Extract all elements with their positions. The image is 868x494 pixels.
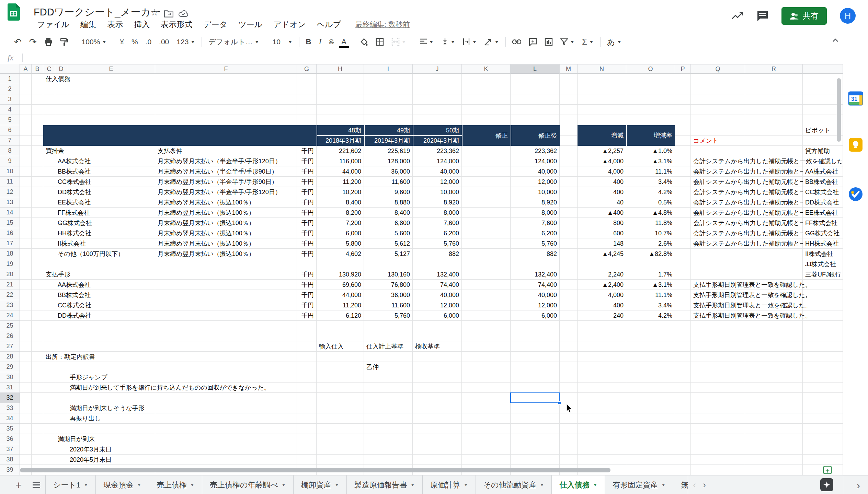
cell-J16[interactable]: 6,200 [413,228,462,238]
row-header-4[interactable]: 4 [0,105,20,115]
row-header-30[interactable]: 30 [0,372,20,383]
cell-I23[interactable]: 11,600 [364,300,413,310]
cell-E34[interactable]: 再振り出し [67,413,170,424]
paint-format-button[interactable] [56,35,72,49]
cell-E37[interactable]: 2020年3月末日 [67,444,170,455]
italic-button[interactable]: I [315,35,325,49]
column-header-F[interactable]: F [155,64,297,74]
cell-S15[interactable]: FF株式会社 [803,218,843,228]
sheet-tab-menu-icon[interactable]: ▼ [84,483,88,487]
cell-G16[interactable]: 千円 [297,228,317,238]
cell-H14[interactable]: 8,200 [317,208,364,218]
cell-O17[interactable]: 2.6% [626,238,675,249]
cell-L14[interactable]: 8,000 [511,208,560,218]
cell-I20[interactable]: 130,160 [364,269,413,280]
green-plus-corner-icon[interactable]: ＋ [823,466,832,474]
cell-S12[interactable]: CC株式会社 [803,187,843,197]
menu-edit[interactable]: 編集 [75,19,102,30]
row-header-28[interactable]: 28 [0,352,20,362]
functions-button[interactable]: Σ▼ [578,35,597,49]
row-header-27[interactable]: 27 [0,341,20,352]
cell-Q14[interactable]: 会計システムから出力した補助元帳と一致を確認した。 [691,208,803,218]
cell-L9[interactable]: 124,000 [511,156,560,166]
sheet-tab-menu-icon[interactable]: ▼ [137,483,141,487]
cell-H23[interactable]: 11,200 [317,300,364,310]
cell-G23[interactable]: 千円 [297,300,317,310]
cell-O18[interactable]: ▲82.8% [626,249,675,259]
cell-J7[interactable]: 2020年3月期 [413,136,462,146]
menu-format[interactable]: 表示形式 [155,19,198,30]
cell-Q16[interactable]: 会計システムから出力した補助元帳と一致を確認した。 [691,228,803,238]
row-header-32[interactable]: 32 [0,393,20,403]
row-header-24[interactable]: 24 [0,310,20,321]
cell-F18[interactable]: 月末締め翌月末払い（振込100％） [155,249,296,259]
collapse-toolbar-button[interactable] [830,37,841,43]
cell-K6[interactable]: 修正 [462,125,511,146]
cell-O10[interactable]: 11.1% [626,166,675,177]
tabs-scroll-left-button[interactable]: ‹ [693,480,696,490]
cell-Q9[interactable]: 会計システムから出力した補助元帳と一致を確認した。 [691,156,842,166]
row-header-39[interactable]: 39 [0,465,20,475]
selected-cell[interactable] [510,392,560,403]
cell-H6[interactable]: 48期 [317,125,364,136]
all-sheets-button[interactable] [27,475,45,494]
cell-L17[interactable]: 5,760 [511,238,560,249]
cell-G24[interactable]: 千円 [297,310,317,321]
cell-D9[interactable]: AA株式会社 [55,156,145,166]
cell-F17[interactable]: 月末締め翌月末払い（振込100％） [155,238,296,249]
cell-Q17[interactable]: 会計システムから出力した補助元帳と一致を確認した。 [691,238,803,249]
row-header-31[interactable]: 31 [0,383,20,393]
move-folder-icon[interactable] [164,9,174,19]
menu-view[interactable]: 表示 [102,19,128,30]
cell-J27[interactable]: 検収基準 [413,341,461,352]
row-header-13[interactable]: 13 [0,197,20,208]
cell-I10[interactable]: 36,000 [364,166,413,177]
column-header-P[interactable]: P [675,64,691,74]
add-sheet-button[interactable]: ＋ [10,475,27,494]
cell-D12[interactable]: DD株式会社 [55,187,145,197]
cell-I12[interactable]: 9,600 [364,187,413,197]
column-header-B[interactable]: B [32,64,43,74]
hide-side-panel-button[interactable]: › [857,480,860,491]
font-size-select[interactable]: 10▼ [269,35,296,49]
row-header-5[interactable]: 5 [0,115,20,125]
column-header-N[interactable]: N [578,64,626,74]
column-header-K[interactable]: K [462,64,511,74]
cell-Q13[interactable]: 会計システムから出力した補助元帳と一致を確認した。 [691,197,803,208]
borders-button[interactable] [372,35,388,49]
cell-N18[interactable]: ▲4,245 [578,249,626,259]
column-header-R[interactable]: R [745,64,803,74]
cell-D15[interactable]: GG株式会社 [55,218,145,228]
cell-E30[interactable]: 手形ジャンプ [67,372,205,383]
cell-L10[interactable]: 40,000 [511,166,560,177]
vertical-scrollbar[interactable] [837,78,841,142]
select-all-corner[interactable] [0,64,20,74]
cell-I18[interactable]: 5,127 [364,249,413,259]
row-header-15[interactable]: 15 [0,218,20,228]
sheet-tab-menu-icon[interactable]: ▼ [335,483,339,487]
horizontal-align-button[interactable]: ▼ [416,35,437,49]
row-header-12[interactable]: 12 [0,187,20,197]
sheet-tab-menu-icon[interactable]: ▼ [540,483,544,487]
row-header-36[interactable]: 36 [0,434,20,444]
cell-N21[interactable]: ▲2,400 [578,280,626,290]
cell-I9[interactable]: 128,000 [364,156,413,166]
bold-button[interactable]: B [302,35,315,49]
menu-file[interactable]: ファイル [32,19,75,30]
sheet-tab-cost-report[interactable]: 製造原価報告書▼ [347,475,423,494]
cell-L18[interactable]: 882 [511,249,560,259]
row-header-16[interactable]: 16 [0,228,20,238]
row-header-29[interactable]: 29 [0,362,20,372]
create-filter-button[interactable]: ▼ [557,35,578,49]
row-header-35[interactable]: 35 [0,424,20,434]
cell-D14[interactable]: FF株式会社 [55,208,145,218]
cell-Q12[interactable]: 会計システムから出力した補助元帳と一致を確認した。 [691,187,803,197]
row-header-1[interactable]: 1 [0,74,20,84]
column-header-L[interactable]: L [511,64,560,74]
cell-D11[interactable]: CC株式会社 [55,177,145,187]
cell-I14[interactable]: 8,400 [364,208,413,218]
sheet-tab-clipped[interactable]: 無 [673,475,688,494]
cell-N15[interactable]: 800 [578,218,626,228]
sheet-tab-menu-icon[interactable]: ▼ [411,483,415,487]
row-header-34[interactable]: 34 [0,413,20,424]
